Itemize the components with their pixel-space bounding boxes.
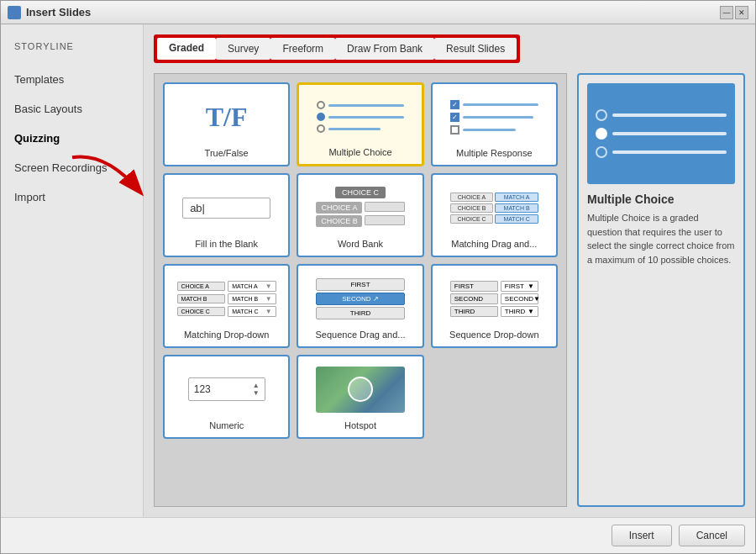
- sidebar-item-import[interactable]: Import: [1, 182, 143, 212]
- sidebar-item-label: Import: [14, 191, 45, 203]
- main-panel: Graded Survey Freeform Draw From Bank Re…: [144, 24, 755, 517]
- word-bank-label: Word Bank: [338, 239, 383, 249]
- window-icon: [8, 6, 21, 19]
- grid-item-hotspot[interactable]: Hotspot: [297, 355, 423, 439]
- logo-text: STORYLINE: [14, 41, 129, 51]
- mr-thumbnail: ✓ ✓: [450, 100, 538, 135]
- multiple-choice-label: Multiple Choice: [328, 147, 391, 157]
- description-title: Multiple Choice: [587, 193, 735, 206]
- mc-thumbnail: [317, 101, 403, 133]
- description-panel: Multiple Choice Multiple Choice is a gra…: [577, 73, 745, 507]
- sequence-drag-label: Sequence Drag and...: [315, 330, 405, 340]
- numeric-preview: 123 ▲▼: [171, 363, 281, 415]
- sidebar-item-label: Basic Layouts: [14, 103, 82, 115]
- true-false-label: True/False: [205, 148, 249, 158]
- multiple-response-preview: ✓ ✓: [439, 91, 549, 143]
- grid-item-matching-drag[interactable]: CHOICE AMATCH A CHOICE BMATCH B CHOICE C…: [431, 173, 558, 257]
- fill-in-blank-preview: ab|: [171, 182, 281, 234]
- tab-draw-from-bank[interactable]: Draw From Bank: [335, 38, 434, 60]
- matching-drag-label: Matching Drag and...: [451, 239, 537, 249]
- app-logo: STORYLINE: [1, 24, 143, 65]
- bottom-bar: Insert Cancel: [1, 517, 755, 553]
- seqdrag-thumbnail: FIRST SECOND ↗ THIRD: [316, 278, 404, 319]
- cancel-button[interactable]: Cancel: [679, 525, 745, 546]
- sidebar: STORYLINE Templates Basic Layouts Quizzi…: [1, 24, 144, 517]
- close-button[interactable]: ✕: [735, 6, 748, 19]
- true-false-preview: T/F: [171, 91, 281, 143]
- grid-item-multiple-choice[interactable]: Multiple Choice: [297, 82, 423, 166]
- tab-graded[interactable]: Graded: [157, 38, 216, 60]
- grid-item-sequence-drag[interactable]: FIRST SECOND ↗ THIRD Sequence Drag and..…: [297, 264, 423, 348]
- sidebar-item-label: Screen Recordings: [14, 161, 108, 174]
- fill-in-blank-label: Fill in the Blank: [195, 239, 258, 249]
- description-text: Multiple Choice is a graded question tha…: [587, 211, 735, 266]
- grid-item-true-false[interactable]: T/F True/False: [163, 82, 290, 166]
- hotspot-label: Hotspot: [344, 420, 376, 430]
- matchdd-thumbnail: CHOICE A MATCH A ▼ MATCH B MATCH B ▼ CHO…: [177, 281, 276, 317]
- titlebar-controls: — ✕: [720, 6, 748, 19]
- grid-item-matching-dropdown[interactable]: CHOICE A MATCH A ▼ MATCH B MATCH B ▼ CHO…: [163, 264, 290, 348]
- sidebar-item-label: Templates: [14, 73, 64, 86]
- matching-drag-preview: CHOICE AMATCH A CHOICE BMATCH B CHOICE C…: [439, 182, 549, 234]
- window-title: Insert Slides: [26, 6, 91, 18]
- tab-freeform[interactable]: Freeform: [270, 38, 335, 60]
- hotspot-thumbnail: [316, 367, 404, 413]
- hotspot-preview: [305, 363, 415, 415]
- desc-row-2: [596, 128, 727, 140]
- sidebar-item-screen-recordings[interactable]: Screen Recordings: [1, 153, 143, 182]
- multiple-response-label: Multiple Response: [456, 148, 533, 158]
- grid-item-fill-in-blank[interactable]: ab| Fill in the Blank: [163, 173, 290, 257]
- numeric-thumbnail: 123 ▲▼: [188, 377, 265, 401]
- window-title-area: Insert Slides: [8, 6, 91, 19]
- question-type-grid: T/F True/False Multipl: [154, 73, 567, 507]
- sequence-dropdown-label: Sequence Drop-down: [449, 330, 538, 340]
- tab-result-slides[interactable]: Result Slides: [434, 38, 517, 60]
- sidebar-item-templates[interactable]: Templates: [1, 65, 143, 94]
- tab-survey[interactable]: Survey: [216, 38, 270, 60]
- desc-row-3: [596, 146, 727, 158]
- sequence-drag-preview: FIRST SECOND ↗ THIRD: [305, 272, 415, 324]
- tab-bar: Graded Survey Freeform Draw From Bank Re…: [154, 34, 520, 63]
- grid-item-word-bank[interactable]: CHOICE C CHOICE A CHOICE B: [297, 173, 423, 257]
- sequence-dropdown-preview: FIRST FIRST ▼ SECOND SECOND ▼ THIRD THIR…: [439, 272, 549, 324]
- matching-dropdown-preview: CHOICE A MATCH A ▼ MATCH B MATCH B ▼ CHO…: [171, 272, 281, 324]
- fitb-thumbnail: ab|: [182, 198, 270, 219]
- numeric-label: Numeric: [209, 420, 244, 430]
- desc-row-1: [596, 109, 727, 121]
- match-thumbnail: CHOICE AMATCH A CHOICE BMATCH B CHOICE C…: [450, 193, 538, 224]
- matching-dropdown-label: Matching Drop-down: [184, 330, 270, 340]
- sidebar-item-label: Quizzing: [14, 132, 60, 145]
- main-content: STORYLINE Templates Basic Layouts Quizzi…: [1, 24, 755, 517]
- sidebar-item-basic-layouts[interactable]: Basic Layouts: [1, 94, 143, 124]
- word-bank-preview: CHOICE C CHOICE A CHOICE B: [305, 182, 415, 234]
- sidebar-nav: Templates Basic Layouts Quizzing Screen …: [1, 65, 143, 517]
- wb-thumbnail: CHOICE C CHOICE A CHOICE B: [316, 187, 404, 229]
- sidebar-item-quizzing[interactable]: Quizzing: [1, 124, 143, 153]
- insert-slides-window: Insert Slides — ✕ STORYLINE Templates Ba…: [0, 0, 756, 554]
- seqdd-thumbnail: FIRST FIRST ▼ SECOND SECOND ▼ THIRD THIR…: [450, 281, 538, 317]
- titlebar: Insert Slides — ✕: [1, 1, 755, 24]
- grid-item-sequence-dropdown[interactable]: FIRST FIRST ▼ SECOND SECOND ▼ THIRD THIR…: [431, 264, 558, 348]
- true-false-icon: T/F: [206, 102, 248, 133]
- grid-item-multiple-response[interactable]: ✓ ✓ Multiple Response: [431, 82, 558, 166]
- insert-button[interactable]: Insert: [612, 525, 672, 546]
- multiple-choice-preview: [306, 92, 414, 142]
- content-area: T/F True/False Multipl: [154, 73, 745, 507]
- grid-item-numeric[interactable]: 123 ▲▼ Numeric: [163, 355, 290, 439]
- minimize-button[interactable]: —: [720, 6, 733, 19]
- description-preview: [587, 83, 735, 184]
